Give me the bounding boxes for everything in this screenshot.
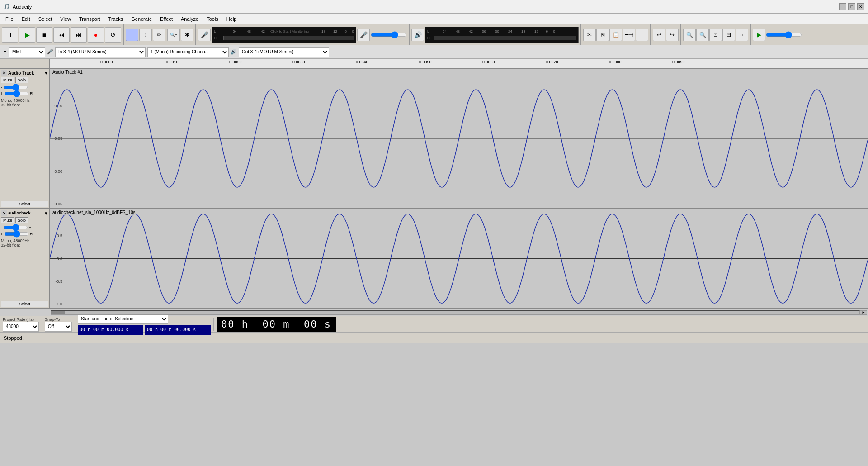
pause-button[interactable]: ⏸ — [2, 27, 18, 43]
device-bar: ▼ MME 🎤 In 3-4 (MOTU M Series) 1 (Mono) … — [0, 45, 868, 59]
minimize-button[interactable]: – — [839, 3, 846, 10]
host-selector[interactable]: MME — [9, 47, 45, 57]
bottom-bar: Project Rate (Hz) 48000 Snap-To Off Star… — [0, 316, 868, 332]
status-text: Stopped. — [4, 335, 24, 341]
track-2-ylabel-3: -0.5 — [50, 279, 63, 284]
speaker-icon-device: 🔊 — [231, 49, 237, 55]
title-bar-controls: – □ ✕ — [839, 3, 864, 10]
mic-monitor-button[interactable]: 🎤 — [357, 29, 370, 41]
track-1-canvas — [50, 69, 868, 208]
track-2-pan-right: R — [30, 232, 33, 236]
track-2-ylabel-mid: 0.0 — [50, 257, 63, 261]
input-channels-selector[interactable]: 1 (Mono) Recording Chann... — [147, 47, 229, 57]
selection-tool[interactable]: I — [126, 29, 138, 41]
play-speed-slider[interactable] — [766, 31, 802, 38]
track-1-header: ✕ Audio Track ▼ Mute Solo - + L R Mono, … — [0, 69, 50, 208]
skip-end-button[interactable]: ⏭ — [71, 27, 87, 43]
track-2-pan-slider[interactable] — [4, 231, 29, 237]
track-1-name: Audio Track — [8, 71, 43, 76]
menu-generate[interactable]: Generate — [127, 15, 156, 23]
track-1-pan-slider[interactable] — [4, 91, 29, 96]
play-button[interactable]: ▶ — [19, 27, 35, 43]
snap-to-selector[interactable]: Off — [45, 322, 72, 332]
track-1-solo-button[interactable]: Solo — [15, 77, 28, 83]
track-1-select-button[interactable]: Select — [1, 201, 48, 207]
loop-button[interactable]: ↺ — [105, 27, 121, 43]
redo-button[interactable]: ↪ — [666, 29, 679, 41]
track-2-container: ✕ audiocheck... ▼ Mute Solo - + L R Mono… — [0, 209, 868, 309]
project-rate-label: Project Rate (Hz) — [3, 317, 34, 322]
app-icon: 🎵 — [4, 4, 10, 10]
mic-icon-device: 🎤 — [47, 49, 53, 55]
menu-help[interactable]: Help — [223, 15, 241, 23]
track-2-ylabel-bot: -1.0 — [50, 302, 63, 306]
silence-button[interactable]: — — [636, 29, 648, 41]
menu-edit[interactable]: Edit — [18, 15, 34, 23]
track-1-ylabel-4: -0.05 — [50, 202, 63, 206]
output-device-selector[interactable]: Out 3-4 (MOTU M Series) — [239, 47, 329, 57]
cut-button[interactable]: ✂ — [583, 29, 596, 41]
track-2-label: audiocheck.net_sin_1000Hz_0dBFS_10s — [52, 210, 136, 215]
snap-to-label: Snap-To — [45, 317, 60, 322]
menu-transport[interactable]: Transport — [75, 15, 104, 23]
zoom-fit-button[interactable]: ⊟ — [722, 29, 735, 41]
paste-button[interactable]: 📋 — [609, 29, 622, 41]
track-1-waveform[interactable]: Audio Track #1 0.15 0.10 0.05 0.00 -0.05 — [50, 69, 868, 208]
track-1-close-button[interactable]: ✕ — [1, 70, 7, 76]
menu-effect[interactable]: Effect — [156, 15, 176, 23]
track-1-arrow[interactable]: ▼ — [44, 71, 48, 76]
mic-record-button[interactable]: 🎤 — [198, 29, 211, 41]
track-1-container: ✕ Audio Track ▼ Mute Solo - + L R Mono, … — [0, 69, 868, 209]
track-2-pan-left: L — [1, 232, 3, 236]
track-1-pan-left: L — [1, 91, 3, 96]
play-at-speed-button[interactable]: ▶ — [753, 29, 765, 41]
track-2-close-button[interactable]: ✕ — [1, 210, 7, 216]
tracks-area: ✕ Audio Track ▼ Mute Solo - + L R Mono, … — [0, 69, 868, 309]
close-button[interactable]: ✕ — [857, 3, 864, 10]
zoom-fit-v-button[interactable]: ↔ — [736, 29, 748, 41]
track-1-info: Mono, 48000Hz32-bit float — [1, 98, 48, 107]
speaker-meter-button[interactable]: 🔊 — [411, 29, 424, 41]
track-2-waveform[interactable]: audiocheck.net_sin_1000Hz_0dBFS_10s 1.0 … — [50, 209, 868, 308]
track-2-mute-button[interactable]: Mute — [1, 217, 14, 223]
selection-end-display: 00 h 00 m 00.000 s — [145, 325, 211, 335]
zoom-in-button[interactable]: 🔍 — [683, 29, 696, 41]
track-2-gain-min: - — [1, 225, 2, 230]
copy-button[interactable]: ⎘ — [596, 29, 609, 41]
envelope-tool[interactable]: ↕ — [139, 29, 152, 41]
track-2-gain-slider[interactable] — [3, 225, 28, 230]
title-bar-left: 🎵 Audacity — [4, 4, 32, 10]
maximize-button[interactable]: □ — [848, 3, 855, 10]
input-volume-slider[interactable] — [371, 31, 407, 38]
menu-view[interactable]: View — [57, 15, 75, 23]
menu-select[interactable]: Select — [35, 15, 56, 23]
track-1-gain-slider[interactable] — [3, 85, 28, 90]
skip-start-button[interactable]: ⏮ — [53, 27, 70, 43]
trim-button[interactable]: ⊢⊣ — [623, 29, 635, 41]
menu-analyze[interactable]: Analyze — [177, 15, 202, 23]
zoom-out-button[interactable]: 🔍 — [696, 29, 709, 41]
track-2-info: Mono, 48000Hz32-bit float — [1, 238, 48, 247]
record-button[interactable]: ● — [88, 27, 104, 43]
zoom-in-tool[interactable]: 🔍+ — [167, 29, 180, 41]
track-2-ylabel-top: 1.0 — [50, 211, 63, 215]
stop-button[interactable]: ■ — [36, 27, 52, 43]
pencil-tool[interactable]: ✏ — [153, 29, 165, 41]
track-2-solo-button[interactable]: Solo — [15, 217, 28, 223]
zoom-selection-button[interactable]: ⊡ — [709, 29, 722, 41]
multi-tool[interactable]: ✱ — [181, 29, 193, 41]
track-2-select-button[interactable]: Select — [1, 301, 48, 307]
input-device-selector[interactable]: In 3-4 (MOTU M Series) — [55, 47, 146, 57]
track-2-gain-max: + — [29, 225, 31, 230]
track-1-ylabel-top: 0.15 — [50, 71, 63, 75]
project-rate-selector[interactable]: 48000 — [3, 322, 39, 332]
menu-tracks[interactable]: Tracks — [105, 15, 127, 23]
time-display: 00 h 00 m 00 s — [217, 317, 336, 332]
undo-button[interactable]: ↩ — [653, 29, 665, 41]
selection-mode-selector[interactable]: Start and End of Selection — [78, 314, 168, 324]
menu-file[interactable]: File — [2, 15, 17, 23]
track-1-ylabel-3: 0.05 — [50, 136, 63, 141]
track-1-mute-button[interactable]: Mute — [1, 77, 14, 83]
track-2-arrow[interactable]: ▼ — [44, 211, 48, 216]
menu-tools[interactable]: Tools — [203, 15, 222, 23]
